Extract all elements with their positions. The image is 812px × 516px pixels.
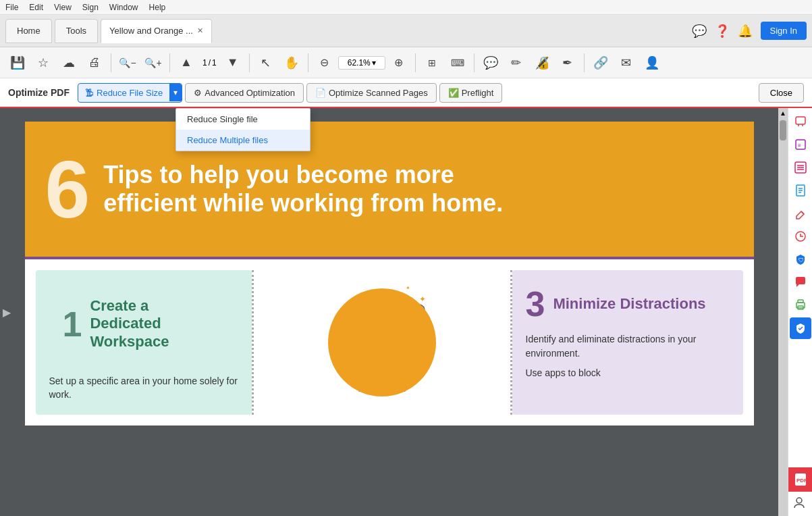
card1-title-line2: Dedicated: [90, 315, 169, 332]
user-button[interactable]: 👤: [640, 50, 664, 76]
separator-2: [169, 53, 170, 72]
zoom-out-btn2[interactable]: ⊖: [313, 50, 337, 76]
reduce-file-size-group: 🗜 Reduce File Size ▾: [78, 83, 182, 103]
page-indicator: 1 / 1: [200, 58, 219, 68]
tab-close-button[interactable]: ✕: [197, 26, 203, 35]
card3-number: 3: [526, 284, 545, 324]
notification-icon[interactable]: 🔔: [738, 24, 753, 38]
sidebar-print-icon[interactable]: [790, 294, 811, 316]
reduce-file-size-button[interactable]: 🗜 Reduce File Size: [78, 84, 169, 102]
reduce-file-size-dropdown-arrow[interactable]: ▾: [169, 84, 182, 101]
card1-title-line3: Workspace: [90, 333, 169, 351]
comment-add-button[interactable]: 💬: [479, 50, 503, 76]
optimize-title: Optimize PDF: [8, 87, 70, 98]
main-area: 6 Tips to help you become more efficient…: [0, 108, 812, 516]
tab-bar: Home Tools Yellow and Orange ... ✕ 💬 ❓ 🔔…: [0, 15, 812, 47]
prev-page-button[interactable]: ▲: [174, 50, 198, 76]
page-edge-left[interactable]: ▶: [3, 306, 11, 319]
close-button[interactable]: Close: [759, 83, 804, 103]
fit-page-button[interactable]: ⊞: [420, 50, 444, 76]
sidebar-security-icon[interactable]: 🛡: [790, 249, 811, 270]
svg-text:🛡: 🛡: [799, 257, 804, 263]
help-icon[interactable]: ❓: [715, 24, 730, 38]
sidebar-pdf-button[interactable]: PDF: [788, 467, 813, 492]
scan-icon: 📄: [315, 88, 326, 98]
svg-rect-14: [796, 117, 805, 124]
card-distractions: 3 Minimize Distractions Identify and eli…: [512, 270, 743, 415]
tab-tools[interactable]: Tools: [55, 19, 98, 43]
separator-7: [584, 53, 585, 72]
content-section: 1 Create a Dedicated Workspace Set up a …: [25, 259, 754, 425]
separator-4: [308, 53, 308, 72]
upload-button[interactable]: ☁: [57, 50, 81, 76]
next-page-button[interactable]: ▼: [221, 50, 245, 76]
scrollbar[interactable]: ▲: [778, 108, 788, 516]
zoom-out-button[interactable]: 🔍−: [115, 50, 140, 76]
mail-button[interactable]: ✉: [614, 50, 639, 76]
optimize-scanned-button[interactable]: 📄 Optimize Scanned Pages: [306, 83, 437, 103]
comment-icon[interactable]: 💬: [692, 24, 707, 38]
svg-text:≡: ≡: [798, 143, 801, 149]
sidebar-chat-icon[interactable]: [790, 272, 811, 293]
center-illustration: ✦ ✦: [254, 270, 510, 415]
svg-rect-29: [798, 300, 803, 303]
svg-text:PDF: PDF: [796, 478, 807, 484]
sidebar-measure-icon[interactable]: [790, 226, 811, 247]
tab-active-document[interactable]: Yellow and Orange ... ✕: [101, 19, 212, 43]
toolbar: 💾 ☆ ☁ 🖨 🔍− 🔍+ ▲ 1 / 1 ▼ ↖ ✋ ⊖ 62.1% ▾ ⊕ …: [0, 47, 812, 78]
separator-5: [415, 53, 416, 72]
select-tool[interactable]: ↖: [254, 50, 278, 76]
separator-6: [474, 53, 475, 72]
menu-view[interactable]: View: [54, 3, 72, 12]
sign-in-button[interactable]: Sign In: [761, 22, 807, 40]
card1-number: 1: [63, 307, 82, 342]
zoom-level[interactable]: 62.1% ▾: [338, 56, 385, 70]
preflight-icon: ✅: [448, 88, 459, 98]
menu-sign[interactable]: Sign: [82, 3, 99, 12]
sidebar-document-icon[interactable]: [790, 180, 811, 201]
menu-edit[interactable]: Edit: [29, 3, 43, 12]
stamp-button[interactable]: 🔏: [530, 50, 554, 76]
advanced-opt-icon: ⚙: [194, 88, 202, 98]
illustration-figure: ✦ ✦: [315, 275, 450, 410]
menu-bar: File Edit View Sign Window Help: [0, 0, 812, 15]
svg-text:✦: ✦: [419, 294, 426, 304]
link-button[interactable]: 🔗: [589, 50, 613, 76]
menu-window[interactable]: Window: [109, 3, 138, 12]
preflight-button[interactable]: ✅ Preflight: [439, 83, 503, 103]
tab-home[interactable]: Home: [5, 19, 52, 43]
sidebar-export-icon[interactable]: ≡: [790, 134, 811, 155]
zoom-in-btn2[interactable]: ⊕: [387, 50, 411, 76]
draw-button[interactable]: ✏: [504, 50, 529, 76]
sidebar-share-icon[interactable]: [790, 111, 811, 132]
advanced-optimization-button[interactable]: ⚙ Advanced Optimization: [185, 83, 304, 103]
reduce-single-file-option[interactable]: Reduce Single file: [176, 109, 310, 130]
sidebar-list-icon[interactable]: [790, 157, 811, 178]
zoom-in-button[interactable]: 🔍+: [141, 50, 165, 76]
pdf-viewer[interactable]: 6 Tips to help you become more efficient…: [0, 108, 778, 516]
illus-circle: [328, 288, 436, 396]
bookmark-button[interactable]: ☆: [31, 50, 55, 76]
reduce-multiple-files-option[interactable]: Reduce Multiple files: [176, 130, 310, 151]
optimize-bar: Optimize PDF 🗜 Reduce File Size ▾ Reduce…: [0, 78, 812, 108]
svg-text:✦: ✦: [406, 285, 410, 291]
sidebar-user-profile-icon[interactable]: [788, 492, 810, 513]
svg-line-25: [801, 211, 804, 214]
redact-button[interactable]: ✒: [556, 50, 580, 76]
hand-tool[interactable]: ✋: [279, 50, 304, 76]
card3-title: Minimize Distractions: [553, 295, 705, 313]
menu-help[interactable]: Help: [149, 3, 166, 12]
save-button[interactable]: 💾: [5, 50, 30, 76]
sidebar-shield-icon[interactable]: [790, 317, 811, 339]
reduce-file-size-icon: 🗜: [85, 88, 94, 98]
right-sidebar: ≡ 🛡 PDF: [788, 108, 812, 516]
hero-banner: 6 Tips to help you become more efficient…: [25, 122, 754, 257]
marquee-tool[interactable]: ⌨: [445, 50, 470, 76]
scroll-thumb[interactable]: [780, 120, 786, 140]
sidebar-edit-icon[interactable]: [790, 203, 811, 224]
print-button[interactable]: 🖨: [82, 50, 107, 76]
sidebar-pdf-icon-area: PDF: [788, 467, 813, 513]
pdf-page: 6 Tips to help you become more efficient…: [25, 122, 754, 425]
scroll-up[interactable]: ▲: [780, 108, 786, 118]
menu-file[interactable]: File: [5, 3, 18, 12]
